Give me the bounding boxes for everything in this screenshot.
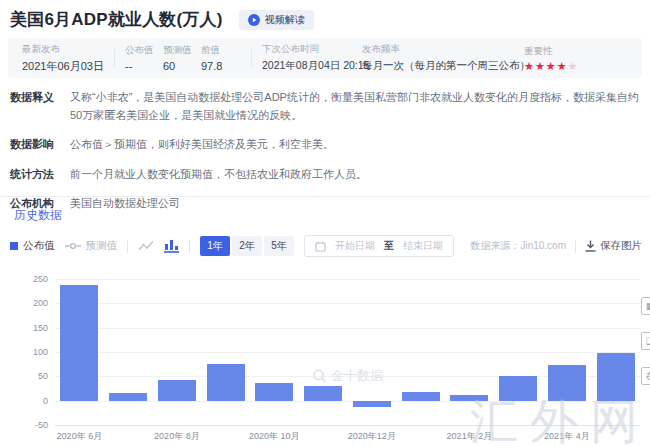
bar[interactable] xyxy=(402,392,440,400)
play-icon xyxy=(248,14,260,26)
x-axis-label: 2020年 8月 xyxy=(141,430,214,443)
start-date-placeholder: 开始日期 xyxy=(335,239,375,253)
chart-controls: 公布值 预测值 xyxy=(10,234,642,258)
y-axis-labels: 250200150100500-50 xyxy=(0,279,48,425)
bar[interactable] xyxy=(60,285,98,400)
legend-label: 公布值 xyxy=(23,239,55,253)
y-axis-tick: 150 xyxy=(33,323,48,333)
star-icon: ★ xyxy=(557,61,567,72)
bar[interactable] xyxy=(353,401,391,407)
bar-slot: 2020年 6月 xyxy=(55,279,104,425)
detail-text: 前一个月就业人数变化预期值，不包括农业和政府工作人员。 xyxy=(70,166,367,184)
star-icon: ★ xyxy=(524,61,534,72)
legend-forecast[interactable]: 预测值 xyxy=(65,239,118,253)
detail-row-agency: 公布机构 美国自动数据处理公司 xyxy=(10,195,642,213)
summary-latest-release: 最新发布 2021年06月03日 xyxy=(22,43,104,74)
save-image-button[interactable]: 保存图片 xyxy=(585,239,642,253)
x-axis-label: 2020年 10月 xyxy=(238,430,311,443)
range-buttons: 1年 2年 5年 xyxy=(200,236,294,256)
detail-label: 数据释义 xyxy=(10,89,70,124)
x-axis-label: 2020年12月 xyxy=(336,430,409,443)
detail-text: 公布值＞预期值，则利好美国经济及美元，利空非美。 xyxy=(70,136,334,154)
bar-slot xyxy=(494,279,543,425)
y-axis-tick: -50 xyxy=(35,420,48,430)
page: 美国6月ADP就业人数(万人) 视频解读 最新发布 2021年06月03日 公布… xyxy=(0,0,650,446)
detail-label: 统计方法 xyxy=(10,166,70,184)
summary-value: 97.8 xyxy=(201,60,241,72)
bar-slot: 2020年 10月 xyxy=(250,279,299,425)
line-chart-toggle[interactable] xyxy=(138,240,154,253)
detail-label: 数据影响 xyxy=(10,136,70,154)
detail-row-definition: 数据释义 又称“小非农”，是美国自动数据处理公司ADP统计的，衡量美国私营部门非… xyxy=(10,89,642,124)
summary-label: 前值 xyxy=(201,44,241,57)
video-badge-label: 视频解读 xyxy=(265,13,305,27)
bar[interactable] xyxy=(548,365,586,401)
star-icon: ★ xyxy=(546,61,556,72)
range-button-5y[interactable]: 5年 xyxy=(264,236,294,256)
end-date-placeholder: 结束日期 xyxy=(403,239,443,253)
title-row: 美国6月ADP就业人数(万人) 视频解读 xyxy=(10,8,314,31)
data-source-label: 数据来源：Jin10.com xyxy=(470,239,566,253)
video-explain-button[interactable]: 视频解读 xyxy=(239,10,314,30)
summary-label: 预测值 xyxy=(163,44,201,57)
bar[interactable] xyxy=(450,395,488,401)
bar-chart-icon xyxy=(164,239,179,253)
download-icon xyxy=(585,240,596,252)
range-button-2y[interactable]: 2年 xyxy=(232,236,262,256)
summary-previous: 前值 97.8 xyxy=(201,44,241,72)
detail-text: 美国自动数据处理公司 xyxy=(70,195,180,213)
date-range-input[interactable]: 开始日期 至 结束日期 xyxy=(304,235,454,257)
divider xyxy=(114,49,115,67)
bar[interactable] xyxy=(597,353,635,401)
bar[interactable] xyxy=(109,393,147,401)
floating-toolbar-icon[interactable]: 在 xyxy=(641,367,650,385)
y-axis-tick: 100 xyxy=(33,347,48,357)
bar[interactable] xyxy=(255,383,293,401)
summary-frequency: 发布频率 每月一次（每月的第一个周三公布） xyxy=(362,43,524,73)
range-button-1y[interactable]: 1年 xyxy=(200,236,230,256)
floating-toolbar: ▦ ❑ 在 xyxy=(641,297,650,385)
summary-next-release: 下次公布时间 2021年08月04日 20:15 xyxy=(262,43,362,73)
bar-slot: 2020年 8月 xyxy=(153,279,202,425)
floating-toolbar-icon[interactable]: ▦ xyxy=(641,297,650,315)
summary-value: 2021年08月04日 20:15 xyxy=(262,59,362,73)
bar-slot: 2020年12月 xyxy=(348,279,397,425)
floating-toolbar-icon[interactable]: ❑ xyxy=(641,332,650,350)
bar[interactable] xyxy=(158,380,196,401)
detail-row-method: 统计方法 前一个月就业人数变化预期值，不包括农业和政府工作人员。 xyxy=(10,166,642,184)
divider xyxy=(251,49,252,67)
legend-line-dot-icon xyxy=(65,242,81,250)
legend-actual[interactable]: 公布值 xyxy=(10,239,55,253)
bars: 2020年 6月2020年 8月2020年 10月2020年12月2021年 2… xyxy=(55,279,640,425)
chart-controls-left: 公布值 预测值 xyxy=(10,235,454,257)
divider xyxy=(127,240,128,253)
importance-stars: ★★★★★ xyxy=(524,61,628,72)
y-axis-tick: 0 xyxy=(43,396,48,406)
section-divider xyxy=(0,196,650,197)
history-section-title: 历史数据 xyxy=(14,207,62,224)
summary-forecast: 预测值 60 xyxy=(163,44,201,72)
bar-chart-toggle[interactable] xyxy=(164,239,179,253)
line-chart-icon xyxy=(138,240,154,253)
bar-slot xyxy=(299,279,348,425)
x-axis-label: 2020年 6月 xyxy=(43,430,116,443)
plot-area: 2020年 6月2020年 8月2020年 10月2020年12月2021年 2… xyxy=(55,279,640,425)
legend-square-icon xyxy=(10,242,18,250)
summary-value: 2021年06月03日 xyxy=(22,59,104,74)
summary-label: 最新发布 xyxy=(22,43,104,56)
bar[interactable] xyxy=(304,386,342,401)
bar-slot xyxy=(201,279,250,425)
y-axis-tick: 50 xyxy=(38,371,48,381)
summary-card: 最新发布 2021年06月03日 公布值 -- 预测值 60 前值 97.8 下… xyxy=(8,38,642,78)
detail-row-impact: 数据影响 公布值＞预期值，则利好美国经济及美元，利空非美。 xyxy=(10,136,642,154)
chart-controls-right: 数据来源：Jin10.com 保存图片 xyxy=(470,239,642,253)
y-axis-tick: 200 xyxy=(33,298,48,308)
page-title: 美国6月ADP就业人数(万人) xyxy=(10,8,223,31)
summary-actual: 公布值 -- xyxy=(125,44,163,72)
bar-slot: 2021年 2月 xyxy=(445,279,494,425)
bar[interactable] xyxy=(207,364,245,400)
bar-slot xyxy=(104,279,153,425)
summary-label: 重要性 xyxy=(524,45,628,58)
summary-importance: 重要性 ★★★★★ xyxy=(524,45,628,72)
bar[interactable] xyxy=(499,376,537,401)
